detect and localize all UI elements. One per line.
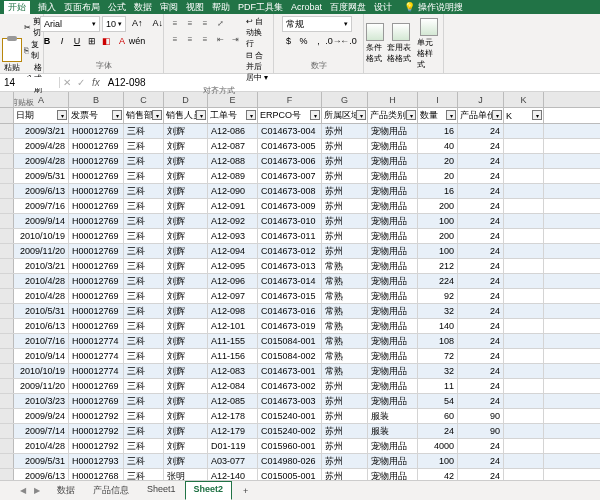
italic-button[interactable]: I [55, 34, 69, 48]
cell[interactable]: 三科 [124, 379, 164, 393]
cell[interactable]: 三科 [124, 214, 164, 228]
increase-font-button[interactable]: A↑ [128, 16, 147, 32]
row-header[interactable] [0, 349, 14, 363]
filter-dropdown-icon[interactable]: ▾ [356, 110, 366, 120]
cell[interactable]: H00012792 [69, 409, 124, 423]
cut-button[interactable]: ✂剪切 [24, 16, 42, 38]
cell[interactable]: 三科 [124, 169, 164, 183]
cell[interactable]: 宠物用品 [368, 334, 418, 348]
cell[interactable]: 24 [458, 169, 504, 183]
cell[interactable]: C014673-015 [258, 289, 322, 303]
row-header[interactable] [0, 139, 14, 153]
indent-dec-button[interactable]: ⇤ [213, 32, 227, 46]
comma-button[interactable]: , [312, 34, 326, 48]
cell[interactable] [504, 319, 544, 333]
col-header-K[interactable]: K [504, 92, 544, 107]
cell[interactable]: H00012769 [69, 199, 124, 213]
cell[interactable]: 三科 [124, 154, 164, 168]
select-all-corner[interactable] [0, 92, 14, 107]
cell[interactable]: A11-156 [208, 349, 258, 363]
cell[interactable] [504, 409, 544, 423]
cell[interactable]: 服装 [368, 409, 418, 423]
cell[interactable]: C015960-001 [258, 439, 322, 453]
cell[interactable]: 2010/7/16 [14, 334, 69, 348]
cell[interactable]: 刘辉 [164, 304, 208, 318]
cell[interactable]: 2009/11/20 [14, 379, 69, 393]
cell[interactable]: 宠物用品 [368, 229, 418, 243]
filter-header[interactable]: 销售部门▾ [124, 108, 164, 123]
cell[interactable]: 24 [458, 364, 504, 378]
cell[interactable] [504, 379, 544, 393]
row-header[interactable] [0, 154, 14, 168]
cell[interactable]: 刘辉 [164, 409, 208, 423]
tab-help[interactable]: 帮助 [212, 1, 230, 14]
cell[interactable]: 三科 [124, 319, 164, 333]
cell[interactable]: 苏州 [322, 199, 368, 213]
cell[interactable]: A12-085 [208, 394, 258, 408]
filter-dropdown-icon[interactable]: ▾ [152, 110, 162, 120]
cell[interactable]: 三科 [124, 349, 164, 363]
cell[interactable]: 宠物用品 [368, 364, 418, 378]
row-header[interactable] [0, 184, 14, 198]
cell[interactable]: 2009/7/16 [14, 199, 69, 213]
cell[interactable]: 刘辉 [164, 259, 208, 273]
cell[interactable]: 苏州 [322, 394, 368, 408]
cell[interactable]: H00012793 [69, 454, 124, 468]
cell[interactable]: A12-179 [208, 424, 258, 438]
cell[interactable]: 24 [458, 439, 504, 453]
cell[interactable]: H00012769 [69, 169, 124, 183]
name-box[interactable]: 14 [0, 77, 60, 88]
row-header[interactable] [0, 424, 14, 438]
align-right-button[interactable]: ≡ [198, 32, 212, 46]
cell[interactable]: 三科 [124, 199, 164, 213]
cell[interactable]: 常熟 [322, 349, 368, 363]
cell-style-button[interactable]: 单元格样式 [417, 18, 441, 70]
indent-inc-button[interactable]: ⇥ [228, 32, 242, 46]
cell[interactable]: 2009/7/14 [14, 424, 69, 438]
cell[interactable]: 苏州 [322, 409, 368, 423]
cell[interactable]: H00012769 [69, 319, 124, 333]
cell[interactable]: C014980-026 [258, 454, 322, 468]
tab-insert[interactable]: 插入 [38, 1, 56, 14]
cell[interactable]: 常熟 [322, 304, 368, 318]
row-header[interactable] [0, 214, 14, 228]
tab-pdf[interactable]: PDF工具集 [238, 1, 283, 14]
cell[interactable] [504, 289, 544, 303]
sheet-tab[interactable]: 产品信息 [84, 481, 138, 500]
fill-color-button[interactable]: ◧ [100, 34, 114, 48]
row-header[interactable] [0, 229, 14, 243]
cell[interactable]: 16 [418, 184, 458, 198]
tab-data[interactable]: 数据 [134, 1, 152, 14]
cell[interactable]: 刘辉 [164, 139, 208, 153]
col-header-J[interactable]: J [458, 92, 504, 107]
cell[interactable]: 2009/9/24 [14, 409, 69, 423]
cell[interactable]: 三科 [124, 289, 164, 303]
paste-button[interactable]: 粘贴 [2, 38, 22, 73]
col-header-H[interactable]: H [368, 92, 418, 107]
tab-design[interactable]: 设计 [374, 1, 392, 14]
cell[interactable]: C014673-001 [258, 364, 322, 378]
orientation-button[interactable]: ⤢ [213, 16, 227, 30]
cell[interactable]: 24 [458, 244, 504, 258]
cell[interactable]: A12-087 [208, 139, 258, 153]
filter-header[interactable]: K▾ [504, 108, 544, 123]
cell[interactable]: 苏州 [322, 139, 368, 153]
cell[interactable]: 24 [458, 259, 504, 273]
cell[interactable]: 宠物用品 [368, 199, 418, 213]
wrap-text-button[interactable]: ↩ 自动换行 [246, 16, 269, 49]
cell[interactable]: 2009/3/21 [14, 124, 69, 138]
cell[interactable]: 宠物用品 [368, 379, 418, 393]
tab-layout[interactable]: 页面布局 [64, 1, 100, 14]
cell[interactable]: 宠物用品 [368, 319, 418, 333]
filter-header[interactable]: 日期▾ [14, 108, 69, 123]
copy-button[interactable]: ⎘复制 [24, 39, 42, 61]
cell[interactable]: 224 [418, 274, 458, 288]
cell[interactable]: H00012769 [69, 139, 124, 153]
cell[interactable]: 宠物用品 [368, 394, 418, 408]
cell[interactable] [504, 424, 544, 438]
cell[interactable] [504, 259, 544, 273]
cell[interactable]: H00012792 [69, 424, 124, 438]
row-header[interactable] [0, 319, 14, 333]
cell[interactable]: 100 [418, 454, 458, 468]
number-format-select[interactable]: 常规▾ [282, 16, 352, 32]
